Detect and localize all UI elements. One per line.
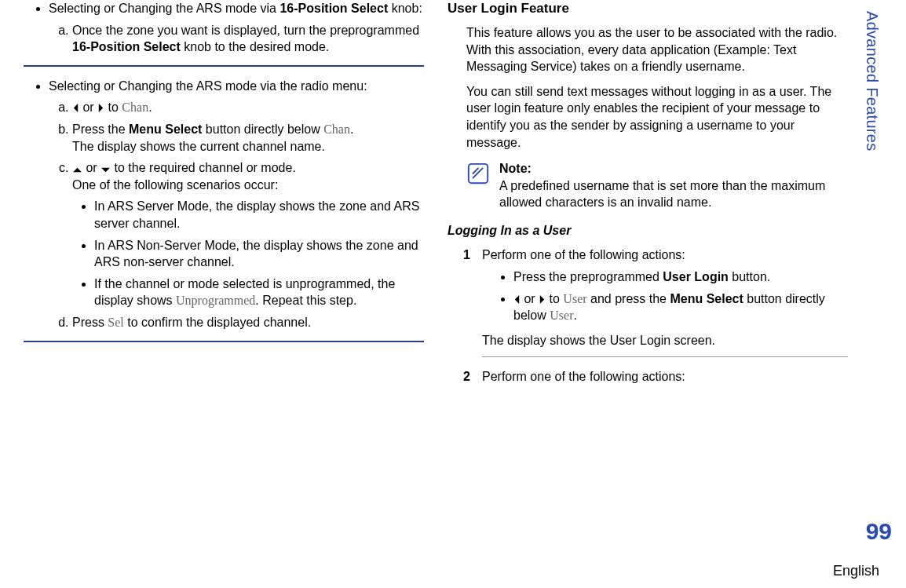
scenario-unprogrammed: If the channel or mode selected is unpro… bbox=[94, 276, 424, 309]
right-arrow-icon bbox=[97, 103, 104, 113]
note-label: Note: bbox=[499, 162, 532, 175]
text: and press the bbox=[587, 292, 670, 305]
down-arrow-icon bbox=[100, 166, 111, 173]
text: Press bbox=[72, 316, 108, 329]
ars-knob-bullet: Selecting or Changing the ARS mode via 1… bbox=[49, 0, 424, 56]
right-arrow-icon bbox=[539, 294, 546, 305]
section-heading-user-login: User Login Feature bbox=[448, 0, 848, 18]
text: knob: bbox=[388, 2, 422, 15]
menu-label-sel: Sel bbox=[108, 316, 123, 329]
paragraph: This feature allows you as the user to b… bbox=[448, 24, 848, 75]
menu-step-d: Press Sel to confirm the displayed chann… bbox=[72, 314, 424, 331]
text: Press the bbox=[72, 122, 129, 136]
menu-label-chan: Chan bbox=[122, 100, 148, 114]
text-bold: Menu Select bbox=[670, 292, 743, 305]
text: Perform one of the following actions: bbox=[482, 248, 685, 261]
text: to bbox=[104, 100, 122, 114]
subsection-heading-login: Logging In as a User bbox=[448, 222, 848, 239]
text-bold: 16-Position Select bbox=[279, 2, 388, 15]
text-bold: 16-Position Select bbox=[72, 40, 181, 53]
menu-label-chan: Chan bbox=[323, 122, 350, 136]
text: knob to the desired mode. bbox=[181, 40, 329, 53]
up-arrow-icon bbox=[72, 166, 82, 173]
text: Press the preprogrammed bbox=[513, 270, 663, 283]
menu-step-b: Press the Menu Select button directly be… bbox=[72, 121, 424, 155]
step1-result: The display shows the User Login screen. bbox=[482, 332, 848, 349]
text: . bbox=[148, 100, 152, 114]
step-2: Perform one of the following actions: bbox=[463, 368, 848, 385]
step1-option-menu: or to User and press the Menu Select but… bbox=[513, 290, 848, 324]
scenario-nonserver: In ARS Non-Server Mode, the display show… bbox=[94, 237, 424, 271]
text: . bbox=[573, 309, 576, 322]
text: The display shows the current channel na… bbox=[72, 140, 325, 153]
step1-option-button: Press the preprogrammed User Login butto… bbox=[513, 268, 848, 286]
step-1: Perform one of the following actions: Pr… bbox=[463, 247, 848, 357]
text: Perform one of the following actions: bbox=[482, 370, 685, 383]
note-text: A predefined username that is set more t… bbox=[499, 179, 825, 210]
text: Once the zone you want is displayed, tur… bbox=[72, 24, 419, 37]
text: or bbox=[79, 100, 97, 114]
text: button. bbox=[729, 270, 770, 283]
note-block: Note: A predefined username that is set … bbox=[448, 160, 848, 211]
menu-step-c: or to the required channel or mode. One … bbox=[72, 159, 424, 309]
left-arrow-icon bbox=[72, 103, 79, 113]
divider bbox=[24, 341, 424, 342]
menu-label-user: User bbox=[550, 309, 573, 322]
text: One of the following scenarios occur: bbox=[72, 178, 278, 192]
note-icon bbox=[466, 162, 490, 190]
menu-label-unprogrammed: Unprogrammed bbox=[176, 294, 255, 307]
scenario-server: In ARS Server Mode, the display shows th… bbox=[94, 198, 424, 232]
language-label: English bbox=[833, 561, 879, 580]
ars-menu-bullet: Selecting or Changing the ARS mode via t… bbox=[49, 78, 424, 331]
text: to the required channel or mode. bbox=[111, 161, 296, 174]
text: to confirm the displayed channel. bbox=[124, 316, 311, 329]
text: or bbox=[82, 161, 100, 174]
page-number: 99 bbox=[866, 516, 892, 548]
text-bold: User Login bbox=[663, 270, 729, 283]
chapter-tab: Advanced Features bbox=[861, 11, 882, 152]
text: to bbox=[546, 292, 563, 305]
right-column: User Login Feature This feature allows y… bbox=[440, 0, 856, 396]
step-divider bbox=[482, 356, 848, 357]
text: . bbox=[350, 122, 353, 136]
left-arrow-icon bbox=[513, 294, 521, 305]
text-bold: Menu Select bbox=[129, 122, 202, 136]
knob-step-a: Once the zone you want is displayed, tur… bbox=[72, 22, 424, 56]
left-column: Selecting or Changing the ARS mode via 1… bbox=[16, 0, 432, 396]
text: or bbox=[521, 292, 539, 305]
divider bbox=[24, 65, 424, 67]
menu-step-a: or to Chan. bbox=[72, 99, 424, 116]
text: button directly below bbox=[202, 122, 323, 136]
text: Selecting or Changing the ARS mode via t… bbox=[49, 79, 367, 93]
text: . Repeat this step. bbox=[255, 294, 356, 307]
text: Selecting or Changing the ARS mode via bbox=[49, 2, 279, 15]
paragraph: You can still send text messages without… bbox=[448, 83, 848, 151]
menu-label-user: User bbox=[563, 292, 586, 305]
